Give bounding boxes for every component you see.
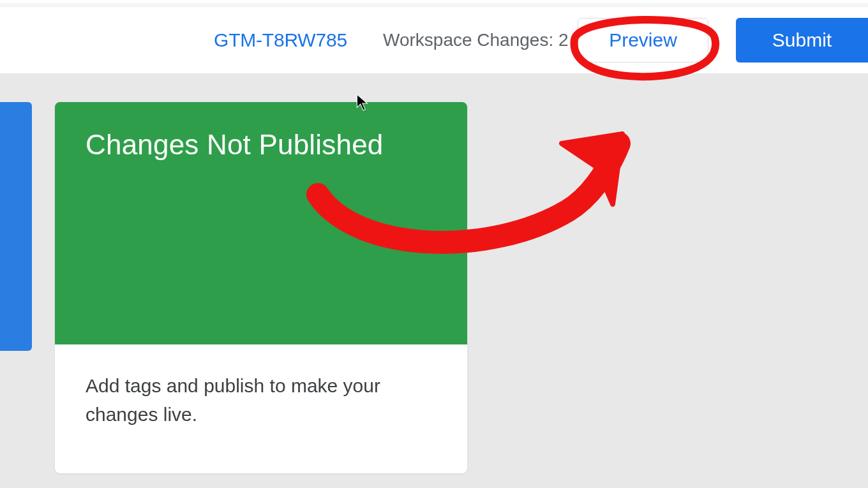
left-card-sliver: [0, 102, 32, 351]
main-content-area: Changes Not Published Add tags and publi…: [0, 73, 868, 488]
preview-button[interactable]: Preview: [578, 18, 708, 63]
container-id-link[interactable]: GTM-T8RW785: [214, 29, 347, 51]
top-header-bar: GTM-T8RW785 Workspace Changes: 2 Preview…: [0, 7, 868, 73]
changes-not-published-card: Changes Not Published Add tags and publi…: [55, 102, 467, 473]
card-body-text: Add tags and publish to make your change…: [86, 371, 437, 429]
card-body: Add tags and publish to make your change…: [55, 344, 467, 473]
submit-button[interactable]: Submit: [736, 18, 868, 63]
card-header: Changes Not Published: [55, 102, 467, 344]
card-title: Changes Not Published: [86, 129, 437, 161]
workspace-changes-label[interactable]: Workspace Changes: 2: [383, 30, 569, 50]
